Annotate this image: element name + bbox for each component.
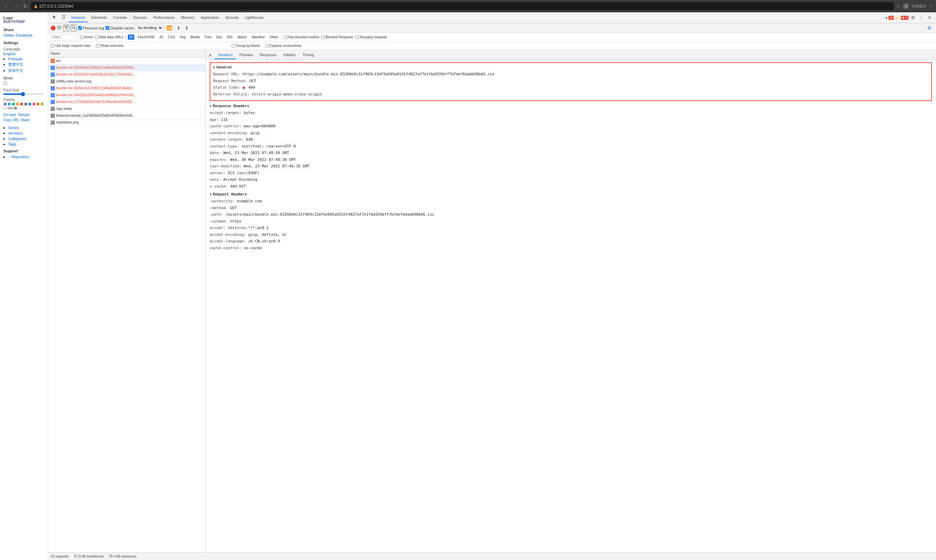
palette-dot-2[interactable] (8, 102, 11, 106)
invert-input[interactable] (80, 35, 83, 39)
filter-type-js[interactable]: JS (158, 35, 165, 40)
detail-tab-response[interactable]: Response (256, 51, 280, 59)
request-headers-header[interactable]: ▼ Request Headers (210, 192, 932, 197)
mobile-tool-button[interactable] (60, 14, 68, 22)
palette-dot-1[interactable] (3, 102, 7, 106)
show-overview-input[interactable] (96, 44, 99, 48)
large-rows-checkbox[interactable]: Use large request rows (51, 44, 91, 48)
support-repo[interactable]: Repository (11, 155, 29, 159)
import-har-button[interactable]: ⬆ (175, 25, 182, 31)
third-party-input[interactable] (355, 35, 359, 39)
detail-tab-headers[interactable]: Headers (215, 51, 236, 59)
record-button[interactable] (51, 26, 56, 31)
tab-memory[interactable]: Memory (178, 13, 197, 22)
request-row-selected[interactable]: C bundle.min.83260d4c31f969c13df5e695a01… (48, 65, 205, 71)
hide-data-urls-checkbox[interactable]: Hide data URLs (95, 35, 123, 39)
filter-type-other[interactable]: Other (268, 35, 279, 40)
font-size-slider[interactable] (3, 94, 44, 95)
show-overview-checkbox[interactable]: Show overview (96, 44, 123, 48)
tab-lighthouse[interactable]: Lighthouse (242, 13, 266, 22)
tab-application[interactable]: Application (198, 13, 222, 22)
filter-type-font[interactable]: Font (203, 35, 213, 40)
request-row-8[interactable]: I featured-sample_hu23d06bd2f3df2e859d30… (48, 112, 205, 119)
tab-network[interactable]: Network (68, 13, 88, 22)
disable-cache-checkbox[interactable]: Disable cache (105, 26, 134, 30)
palette-dot-6[interactable] (24, 102, 28, 106)
palette-dot-3[interactable] (12, 102, 15, 106)
palette-dot-5[interactable] (20, 102, 23, 106)
lang-francais[interactable]: Français (8, 57, 44, 61)
filter-type-xhr[interactable]: Fetch/XHR (136, 35, 156, 40)
cursor-tool-button[interactable] (51, 14, 59, 22)
request-row-4[interactable]: C bundle.min.6fd5bc4c51598151988a8908219… (48, 85, 205, 92)
twitter-link[interactable]: Twitter (3, 33, 14, 37)
clear-button[interactable] (57, 25, 62, 31)
address-bar[interactable]: 🔒 127.0.0.1:1313/en/ (31, 2, 894, 10)
wifi-icon-button[interactable]: 📶 (165, 24, 174, 31)
bookmark-button[interactable]: ☆ (896, 3, 901, 9)
tab-performance[interactable]: Performance (150, 13, 177, 22)
filter-type-wasm[interactable]: Wasm (236, 35, 248, 40)
request-row[interactable]: H en/ (48, 57, 205, 65)
facebook-link[interactable]: Facebook (16, 33, 32, 37)
filter-type-manifest[interactable]: Manifest (250, 35, 266, 40)
capture-screenshots-checkbox[interactable]: Capture screenshots (265, 44, 302, 48)
menu-button[interactable]: ⋮ (928, 3, 933, 9)
filter-button[interactable] (63, 24, 69, 31)
detail-tab-timing[interactable]: Timing (299, 51, 317, 59)
detail-tab-preview[interactable]: Preview (236, 51, 256, 59)
go-back-link[interactable]: Go back (3, 113, 16, 117)
detail-tab-initiator[interactable]: Initiator (280, 51, 299, 59)
lang-traditional[interactable]: 繁體中文 (8, 62, 44, 67)
palette-dot-9[interactable] (36, 102, 40, 106)
request-row-5[interactable]: C bundle.min.5442d2b25920a4d2ee680a1b74e… (48, 92, 205, 98)
share-page-link[interactable]: Share (20, 118, 30, 122)
filter-type-ws[interactable]: WS (226, 35, 234, 40)
copy-url-link[interactable]: Copy URL (3, 118, 19, 122)
back-button[interactable]: ← (3, 3, 10, 9)
filter-type-doc[interactable]: Doc (215, 35, 224, 40)
detail-close-button[interactable]: ✕ (205, 51, 215, 59)
lang-simplified[interactable]: 简体中文 (8, 68, 44, 73)
request-row-6[interactable]: C bundle.min.1731bb8b802cd67524fbe68e962… (48, 98, 205, 105)
export-har-button[interactable]: ⬇ (183, 25, 190, 31)
general-section-header[interactable]: ▼ General (213, 65, 928, 69)
forward-button[interactable]: → (12, 3, 20, 9)
response-headers-header[interactable]: ▼ Response Headers (210, 104, 932, 108)
hide-data-urls-input[interactable] (95, 35, 98, 39)
blocked-requests-input[interactable] (321, 35, 325, 39)
tab-elements[interactable]: Elements (88, 13, 109, 22)
tab-security[interactable]: Security (222, 13, 242, 22)
group-by-frame-checkbox[interactable]: Group by frame (231, 44, 260, 48)
blocked-cookies-input[interactable] (284, 35, 287, 39)
blocked-cookies-checkbox[interactable]: Has blocked cookies (284, 35, 320, 39)
filter-type-img[interactable]: Img (179, 35, 187, 40)
palette-shape-3[interactable] (14, 107, 17, 109)
palette-dot-10[interactable] (40, 102, 44, 106)
mode-toggle[interactable] (3, 82, 7, 85)
nav-categories[interactable]: Categories (8, 137, 44, 141)
devtools-close-button[interactable]: ✕ (926, 14, 933, 21)
invert-checkbox[interactable]: Invert (80, 35, 93, 39)
nav-tags[interactable]: Tags (8, 142, 44, 146)
nav-series[interactable]: Series (8, 126, 44, 130)
throttle-select[interactable]: No throttling Slow 3G Fast 3G Offline (135, 25, 163, 31)
group-by-frame-input[interactable] (231, 44, 235, 48)
filter-type-css[interactable]: CSS (167, 35, 176, 40)
palette-dot-7[interactable] (28, 102, 31, 106)
palette-dot-8[interactable] (32, 102, 35, 106)
preserve-log-checkbox[interactable]: Preserve log (78, 26, 104, 30)
third-party-checkbox[interactable]: 3rd-party requests (355, 35, 387, 39)
filter-type-media[interactable]: Media (189, 35, 201, 40)
capture-screenshots-input[interactable] (265, 44, 269, 48)
devtools-more-button[interactable]: ⋮ (917, 14, 925, 21)
disable-cache-input[interactable] (105, 26, 109, 30)
refresh-button[interactable]: ↻ (22, 3, 29, 9)
filter-input[interactable] (51, 34, 78, 40)
filter-type-all[interactable]: All (128, 35, 134, 40)
reload-link[interactable]: Reload (18, 113, 29, 117)
large-rows-input[interactable] (51, 44, 54, 48)
search-button[interactable] (71, 24, 77, 31)
palette-dot-4[interactable] (16, 102, 19, 106)
tab-console[interactable]: Console (110, 13, 130, 22)
